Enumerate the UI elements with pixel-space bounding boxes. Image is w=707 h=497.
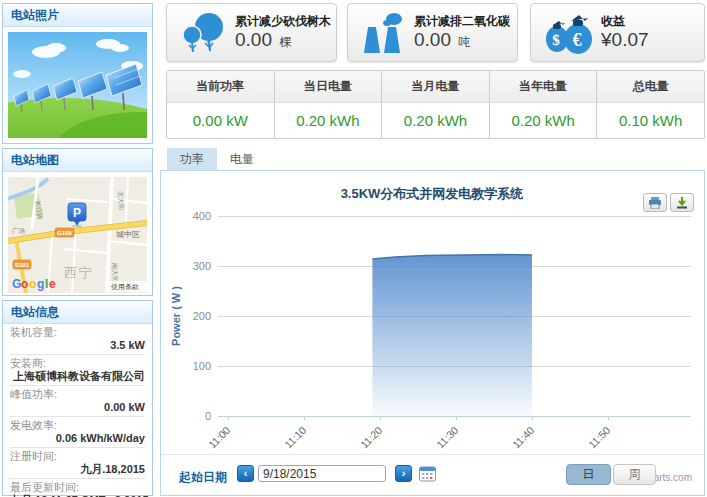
info-row-peak-power: 峰值功率: 0.00 kW [10,386,145,417]
map-panel-header: 电站地图 [3,149,152,172]
export-chart-button[interactable] [670,193,694,212]
svg-text:11:20: 11:20 [358,424,385,451]
card-co2-reduced: 累计减排二氧化碳 0.00 吨 [347,3,518,62]
station-photo [3,27,152,143]
svg-text:Power ( W ): Power ( W ) [170,286,182,346]
week-range-button[interactable]: 周 [613,464,656,485]
card-co2-value: 0.00 [414,29,451,50]
chart-tabs: 功率 电量 [167,148,267,170]
tab-energy[interactable]: 电量 [217,148,267,170]
svg-text:11:00: 11:00 [206,424,233,451]
info-row-capacity: 装机容量: 3.5 kW [10,324,145,355]
trees-icon [179,11,227,55]
photo-panel-title: 电站照片 [11,8,59,22]
svg-text:g: g [37,277,44,291]
svg-text:$: $ [552,32,560,48]
district-label: 城中区 [115,230,140,239]
info-row-registered: 注册时间: 九月.18,2015 [10,448,145,479]
info-panel-title: 电站信息 [11,305,59,319]
stat-total-energy: 总电量 0.10 kWh [596,71,704,138]
download-icon [676,197,688,209]
card-revenue-value: ¥0.07 [601,29,649,50]
svg-text:3.5KW分布式并网发电教学系统: 3.5KW分布式并网发电教学系统 [341,186,524,201]
card-revenue-label: 收益 [601,14,652,29]
photo-panel: 电站照片 [2,3,153,144]
photo-panel-header: 电站照片 [3,4,152,27]
card-trees-label: 累计减少砍伐树木 [235,14,331,29]
print-chart-button[interactable] [643,193,667,212]
solar-panels-photo [8,32,147,138]
station-info-list: 装机容量: 3.5 kW 安装商: 上海硕博科教设备有限公司 峰值功率: 0.0… [3,324,152,497]
google-logo[interactable]: G o o g l e [12,277,56,291]
summary-cards: 累计减少砍伐树木 0.00 棵 累计减排二氧化碳 0.00 吨 [166,3,705,62]
info-panel-header: 电站信息 [3,301,152,324]
map-panel-title: 电站地图 [11,153,59,167]
info-row-last-update: 最后更新时间: 九月.18 11:27,GMT +8,2015 [10,479,145,497]
chart-controls: 起始日期 ‹ › Highcharts.com 日 周 [161,454,704,495]
svg-text:0: 0 [205,410,211,422]
svg-text:11:30: 11:30 [434,424,461,451]
card-co2-unit: 吨 [458,35,470,49]
prev-day-button[interactable]: ‹ [237,465,254,482]
svg-text:G: G [12,277,21,291]
info-row-installer: 安装商: 上海硕博科教设备有限公司 [10,355,145,386]
google-map[interactable]: G109 S101 广场 长江路 北大街 南大街 城中区 西宁 P [8,177,147,293]
city-label: 西宁 [64,265,94,280]
svg-text:11:50: 11:50 [586,424,613,451]
chart-toolbar [640,193,694,212]
svg-text:100: 100 [193,360,211,372]
road-badge-s101: S101 [13,260,31,269]
svg-text:P: P [73,206,81,220]
stat-monthly-energy: 当月电量 0.20 kWh [381,71,489,138]
info-row-efficiency: 发电效率: 0.06 kWh/kW/day [10,417,145,448]
day-range-button[interactable]: 日 [566,464,611,485]
card-trees-saved: 累计减少砍伐树木 0.00 棵 [166,3,337,62]
cooling-towers-icon [360,11,406,55]
range-toggle: 日 周 [566,464,656,485]
svg-text:€: € [573,30,582,50]
svg-text:11:10: 11:10 [282,424,309,451]
stat-daily-energy: 当日电量 0.20 kWh [274,71,382,138]
stat-current-power: 当前功率 0.00 kW [167,71,274,138]
tab-power[interactable]: 功率 [167,148,217,170]
map-panel: 电站地图 [2,148,153,296]
station-map[interactable]: G109 S101 广场 长江路 北大街 南大街 城中区 西宁 P [3,172,152,298]
svg-text:G109: G109 [57,230,72,236]
stat-yearly-energy: 当年电量 0.20 kWh [489,71,597,138]
start-date-input[interactable] [258,465,386,482]
info-panel: 电站信息 装机容量: 3.5 kW 安装商: 上海硕博科教设备有限公司 峰值功率… [2,300,153,496]
svg-text:200: 200 [193,310,211,322]
svg-text:11:40: 11:40 [510,424,537,451]
road-badge-g109: G109 [55,228,74,237]
money-bags-icon: $ € [543,11,593,55]
card-co2-label: 累计减排二氧化碳 [414,14,510,29]
svg-text:使用条款: 使用条款 [111,283,139,291]
calendar-button[interactable] [418,466,438,482]
plaza-label: 广场 [12,227,25,235]
svg-text:400: 400 [193,210,211,222]
calendar-icon [419,466,437,482]
card-trees-value: 0.00 [235,29,272,50]
start-date-label: 起始日期 [179,469,227,486]
svg-text:300: 300 [193,260,211,272]
svg-text:e: e [49,277,56,291]
svg-text:o: o [21,277,28,291]
chart-panel: 010020030040011:0011:1011:2011:3011:4011… [160,170,705,496]
map-terms-link[interactable]: 使用条款 [107,281,147,292]
svg-text:l: l [45,277,48,291]
svg-text:S101: S101 [15,262,30,268]
svg-text:o: o [29,277,36,291]
next-day-button[interactable]: › [395,465,412,482]
printer-icon [648,197,662,209]
power-area-chart: 010020030040011:0011:1011:2011:3011:4011… [161,171,704,455]
card-trees-unit: 棵 [279,35,291,49]
card-revenue: $ € 收益 ¥0.07 [530,3,705,62]
stats-strip: 当前功率 0.00 kW 当日电量 0.20 kWh 当月电量 0.20 kWh… [166,70,705,139]
solar-dashboard: 电站照片 [0,0,707,497]
